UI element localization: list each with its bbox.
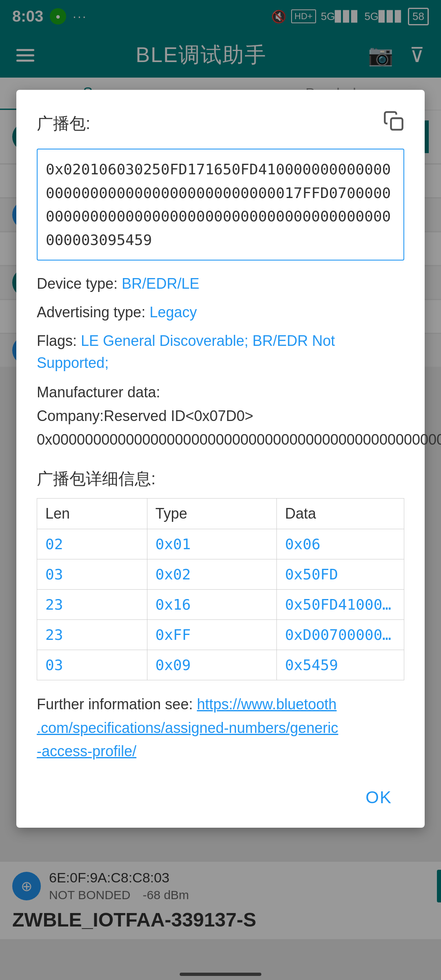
device-type-row: Device type: BR/EDR/LE — [37, 273, 404, 295]
flags-value[interactable]: LE General Discoverable; BR/EDR Not Supp… — [37, 332, 335, 371]
col-header-type: Type — [147, 499, 276, 529]
col-header-data: Data — [276, 499, 404, 529]
table-row-2: 03 0x02 0x50FD — [37, 559, 404, 590]
cell-data-1: 0x06 — [276, 529, 404, 559]
cell-type-2: 0x02 — [147, 559, 276, 590]
table-row-4: 23 0xFF 0xD00700000000000000000000000000… — [37, 620, 404, 650]
further-info-section: Further information see: https://www.blu… — [37, 693, 404, 763]
col-header-len: Len — [37, 499, 147, 529]
cell-len-1: 02 — [37, 529, 147, 559]
copy-button[interactable] — [383, 110, 404, 136]
dialog-header: 广播包: — [37, 110, 404, 136]
cell-len-2: 03 — [37, 559, 147, 590]
manufacturer-data-row: Manufacturer data: Company:Reserved ID<0… — [37, 381, 404, 451]
cell-len-3: 23 — [37, 590, 147, 620]
table-row-5: 03 0x09 0x5459 — [37, 650, 404, 680]
cell-data-3: 0x50FD41000000000000000000000000000 — [276, 590, 404, 620]
hex-value-box: 0x020106030250FD171650FD4100000000000000… — [37, 149, 404, 261]
cell-len-4: 23 — [37, 620, 147, 650]
cell-type-5: 0x09 — [147, 650, 276, 680]
detail-table: Len Type Data 02 0x01 0x06 03 0x02 0x50F… — [37, 498, 404, 680]
cell-type-1: 0x01 — [147, 529, 276, 559]
cell-data-2: 0x50FD — [276, 559, 404, 590]
svg-rect-0 — [391, 118, 403, 130]
cell-type-4: 0xFF — [147, 620, 276, 650]
cell-type-3: 0x16 — [147, 590, 276, 620]
table-row-1: 02 0x01 0x06 — [37, 529, 404, 559]
home-indicator — [180, 973, 261, 976]
table-row-3: 23 0x16 0x50FD41000000000000000000000000… — [37, 590, 404, 620]
advertising-type-row: Advertising type: Legacy — [37, 301, 404, 323]
advertising-type-value[interactable]: Legacy — [149, 304, 197, 321]
cell-data-5: 0x5459 — [276, 650, 404, 680]
ok-button[interactable]: OK — [353, 784, 404, 811]
detail-section-title: 广播包详细信息: — [37, 468, 404, 490]
flags-row: Flags: LE General Discoverable; BR/EDR N… — [37, 330, 404, 374]
cell-len-5: 03 — [37, 650, 147, 680]
broadcast-dialog: 广播包: 0x020106030250FD171650FD41000000000… — [16, 90, 425, 828]
cell-data-4: 0xD007000000000000000000000000000 — [276, 620, 404, 650]
device-type-value[interactable]: BR/EDR/LE — [122, 275, 199, 292]
dialog-footer: OK — [37, 780, 404, 811]
dialog-title: 广播包: — [37, 112, 90, 135]
